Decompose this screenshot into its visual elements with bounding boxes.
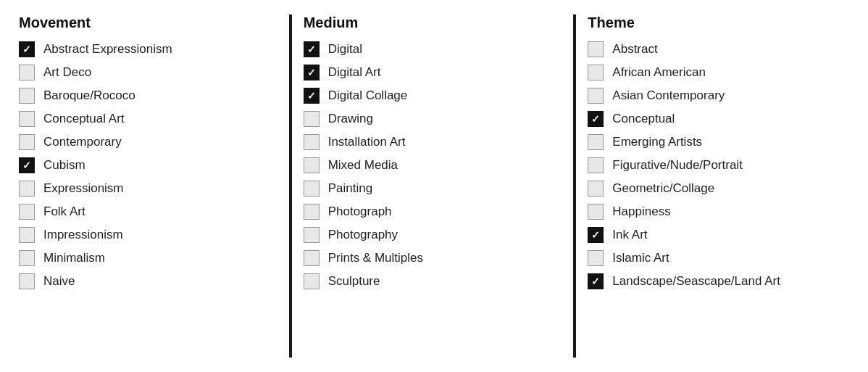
list-item[interactable]: Naive	[19, 273, 280, 289]
checkbox-icon[interactable]	[588, 227, 604, 243]
list-item[interactable]: Conceptual	[588, 111, 849, 127]
list-item[interactable]: Digital Art	[304, 65, 565, 80]
list-item[interactable]: Folk Art	[19, 204, 280, 220]
checkbox-label: Mixed Media	[328, 158, 398, 173]
checkbox-icon[interactable]	[19, 157, 35, 173]
list-item[interactable]: Figurative/Nude/Portrait	[588, 157, 849, 173]
checkbox-icon[interactable]	[304, 157, 320, 173]
checkbox-label: Sculpture	[328, 274, 380, 289]
list-item[interactable]: Installation Art	[304, 134, 565, 150]
checkbox-icon[interactable]	[304, 273, 320, 289]
checkbox-label: Minimalism	[43, 251, 105, 265]
checkbox-icon[interactable]	[304, 88, 320, 104]
list-item[interactable]: Contemporary	[19, 134, 280, 150]
list-item[interactable]: Photograph	[304, 204, 565, 220]
list-item[interactable]: Expressionism	[19, 181, 280, 197]
list-item[interactable]: Geometric/Collage	[588, 181, 849, 197]
list-item[interactable]: Landscape/Seascape/Land Art	[588, 273, 849, 289]
checkbox-label: Expressionism	[43, 181, 124, 196]
checkbox-icon[interactable]	[19, 181, 35, 197]
list-item[interactable]: Photography	[304, 227, 565, 243]
checkbox-icon[interactable]	[304, 134, 320, 150]
checkbox-icon[interactable]	[588, 41, 604, 57]
checkbox-label: Photography	[328, 228, 398, 242]
checkbox-label: Drawing	[328, 112, 373, 126]
list-item[interactable]: Abstract Expressionism	[19, 41, 280, 57]
checkbox-icon[interactable]	[304, 204, 320, 220]
checkbox-label: Geometric/Collage	[612, 181, 714, 196]
checkbox-icon[interactable]	[19, 134, 35, 150]
checkbox-label: Conceptual Art	[43, 112, 125, 126]
filter-columns: MovementAbstract ExpressionismArt DecoBa…	[0, 0, 868, 372]
checkbox-icon[interactable]	[304, 41, 320, 57]
checkbox-icon[interactable]	[19, 204, 35, 220]
checkbox-label: Digital Art	[328, 65, 381, 80]
theme-header: Theme	[588, 15, 849, 31]
checkbox-icon[interactable]	[588, 65, 604, 80]
checkbox-label: Cubism	[43, 158, 85, 173]
list-item[interactable]: Emerging Artists	[588, 134, 849, 150]
checkbox-icon[interactable]	[588, 250, 604, 266]
checkbox-label: Abstract	[612, 42, 657, 57]
checkbox-icon[interactable]	[588, 134, 604, 150]
checkbox-icon[interactable]	[304, 65, 320, 80]
checkbox-label: Painting	[328, 181, 372, 196]
checkbox-label: Contemporary	[43, 135, 122, 149]
list-item[interactable]: Painting	[304, 181, 565, 197]
checkbox-label: Happiness	[612, 204, 670, 219]
list-item[interactable]: Digital	[304, 41, 565, 57]
checkbox-label: Digital	[328, 42, 362, 57]
checkbox-icon[interactable]	[19, 273, 35, 289]
list-item[interactable]: Ink Art	[588, 227, 849, 243]
checkbox-label: Conceptual	[612, 112, 675, 126]
checkbox-label: Installation Art	[328, 135, 406, 149]
column-theme: ThemeAbstractAfrican AmericanAsian Conte…	[576, 15, 861, 357]
list-item[interactable]: Digital Collage	[304, 88, 565, 104]
list-item[interactable]: Asian Contemporary	[588, 88, 849, 104]
list-item[interactable]: Conceptual Art	[19, 111, 280, 127]
list-item[interactable]: Baroque/Rococo	[19, 88, 280, 104]
list-item[interactable]: Minimalism	[19, 250, 280, 266]
checkbox-label: Folk Art	[43, 204, 85, 219]
checkbox-label: Emerging Artists	[612, 135, 702, 149]
checkbox-icon[interactable]	[304, 227, 320, 243]
list-item[interactable]: Mixed Media	[304, 157, 565, 173]
list-item[interactable]: Drawing	[304, 111, 565, 127]
checkbox-icon[interactable]	[304, 111, 320, 127]
list-item[interactable]: Happiness	[588, 204, 849, 220]
checkbox-label: African American	[612, 65, 706, 80]
list-item[interactable]: Prints & Multiples	[304, 250, 565, 266]
checkbox-icon[interactable]	[588, 181, 604, 197]
medium-header: Medium	[304, 15, 565, 31]
column-movement: MovementAbstract ExpressionismArt DecoBa…	[7, 15, 292, 357]
list-item[interactable]: Cubism	[19, 157, 280, 173]
list-item[interactable]: Abstract	[588, 41, 849, 57]
checkbox-icon[interactable]	[304, 181, 320, 197]
list-item[interactable]: Impressionism	[19, 227, 280, 243]
column-medium: MediumDigitalDigital ArtDigital CollageD…	[292, 15, 577, 357]
checkbox-icon[interactable]	[588, 111, 604, 127]
checkbox-label: Abstract Expressionism	[43, 42, 172, 57]
movement-header: Movement	[19, 15, 280, 31]
checkbox-label: Asian Contemporary	[612, 88, 725, 103]
checkbox-label: Figurative/Nude/Portrait	[612, 158, 743, 173]
checkbox-icon[interactable]	[19, 250, 35, 266]
checkbox-label: Islamic Art	[612, 251, 669, 265]
list-item[interactable]: Sculpture	[304, 273, 565, 289]
checkbox-icon[interactable]	[19, 111, 35, 127]
checkbox-icon[interactable]	[19, 88, 35, 104]
checkbox-icon[interactable]	[588, 273, 604, 289]
checkbox-label: Prints & Multiples	[328, 251, 423, 265]
checkbox-icon[interactable]	[588, 88, 604, 104]
list-item[interactable]: Islamic Art	[588, 250, 849, 266]
checkbox-label: Digital Collage	[328, 88, 408, 103]
list-item[interactable]: Art Deco	[19, 65, 280, 80]
checkbox-label: Ink Art	[612, 228, 647, 242]
checkbox-icon[interactable]	[19, 65, 35, 80]
checkbox-icon[interactable]	[19, 227, 35, 243]
list-item[interactable]: African American	[588, 65, 849, 80]
checkbox-icon[interactable]	[304, 250, 320, 266]
checkbox-icon[interactable]	[588, 204, 604, 220]
checkbox-icon[interactable]	[588, 157, 604, 173]
checkbox-icon[interactable]	[19, 41, 35, 57]
